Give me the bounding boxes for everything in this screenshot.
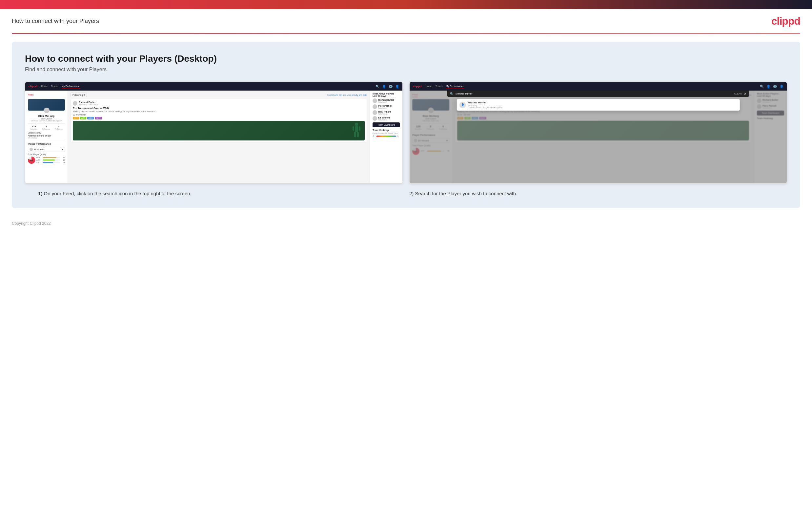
heatmap-label-2: +5 — [396, 135, 400, 137]
header: How to connect with your Players clippd — [0, 9, 812, 33]
app-nav-links-2: Home Teams My Performance — [426, 85, 464, 88]
search-icon-1[interactable]: 🔍 — [376, 85, 379, 88]
search-bar-2: 🔍 Marcus Turner CLEAR ✕ — [447, 91, 749, 97]
nav-link-teams-2[interactable]: Teams — [435, 85, 443, 88]
user-icon-2[interactable]: 👤 — [766, 85, 770, 88]
app-ui-2: clippd Home Teams My Performance 🔍 👤 ⚙️ … — [410, 82, 787, 183]
screenshots-row: clippd Home Teams My Performance 🔍 👤 ⚙️ … — [25, 82, 787, 183]
bar-ott-fill-1 — [43, 157, 56, 158]
player-info-3: Eli Vincent Activities: 1 — [378, 117, 390, 121]
player-act-2: Activities: 3 — [378, 113, 391, 115]
result-info-2: Marcus Turner Yesterday Cypress Point Cl… — [468, 101, 503, 109]
heatmap-track-1 — [377, 135, 396, 137]
avatar-icon-2[interactable]: 👤 — [779, 85, 783, 88]
user-icon-1[interactable]: 👤 — [382, 85, 386, 88]
user-meta-1: Yesterday · The Grove — [79, 104, 98, 106]
chevron-icon-1: ▾ — [62, 148, 63, 151]
search-icon-bar-2: 🔍 — [450, 92, 453, 95]
bar-arg-label-1: ARG — [36, 162, 42, 163]
pp-dropdown-1[interactable]: Eli Vincent ▾ — [28, 147, 65, 152]
nav-link-home-1[interactable]: Home — [41, 85, 48, 88]
user-name-1: Richard Butler — [79, 101, 98, 104]
nav-link-performance-1[interactable]: My Performance — [62, 85, 80, 88]
bar-ott-num-1: 79 — [61, 157, 65, 159]
la-title-1: Latest Activity — [28, 132, 65, 134]
player-act-0: Activities: 7 — [378, 101, 394, 103]
svg-rect-2 — [354, 132, 356, 137]
player-avatar-2 — [373, 110, 377, 115]
bar-app-num-1: 70 — [61, 159, 65, 161]
screenshot1: clippd Home Teams My Performance 🔍 👤 ⚙️ … — [25, 82, 403, 183]
player-row-2: Hiral Pujara Activities: 3 — [373, 110, 400, 115]
stat-act-num-1: 129 — [30, 125, 37, 128]
profile-role-1: Golf Coach — [29, 118, 64, 120]
player-avatar-3 — [373, 116, 377, 121]
settings-icon-2[interactable]: ⚙️ — [773, 85, 777, 88]
following-label-1: Following — [73, 93, 83, 96]
activity-header-1: Richard Butler Yesterday · The Grove — [73, 101, 365, 106]
pp-player-1: Eli Vincent — [30, 148, 45, 151]
bar-ott-1: OTT 79 — [36, 157, 65, 159]
clear-btn-2[interactable]: CLEAR — [734, 92, 742, 95]
nav-link-home-2[interactable]: Home — [426, 85, 432, 88]
app-logo-1: clippd — [29, 85, 37, 88]
steps-section: 1) On your Feed, click on the search ico… — [25, 183, 787, 208]
settings-icon-1[interactable]: ⚙️ — [389, 85, 392, 88]
hero-title: How to connect with your Players (Deskto… — [25, 53, 787, 64]
player-act-1: Activities: 4 — [378, 107, 392, 109]
team-heatmap-title-1: Team Heatmap — [373, 129, 400, 131]
stat-fwing-label-1: Following — [55, 128, 62, 130]
avatar-icon-1[interactable]: 👤 — [395, 85, 399, 88]
result-avatar-2: 👤 — [460, 102, 466, 108]
stat-act-label-1: Activities — [30, 128, 37, 130]
tag-arg-1: ARG — [87, 117, 94, 120]
main-content: How to connect with your Players (Deskto… — [0, 34, 812, 216]
profile-info-1: Blair McHarg Golf Coach Mill Ride Golf C… — [28, 115, 65, 122]
profile-banner-1 — [28, 99, 65, 111]
search-input-2[interactable]: Marcus Turner — [456, 92, 732, 95]
bar-app-bg-1 — [43, 160, 60, 161]
result-meta2-2: Cypress Point Club, United Kingdom — [468, 106, 503, 109]
player-name-0: Richard Butler — [378, 99, 394, 101]
pp-avatar-1 — [30, 148, 33, 151]
nav-link-performance-2[interactable]: My Performance — [446, 85, 464, 88]
profile-avatar-1 — [44, 108, 50, 114]
svg-rect-4 — [352, 126, 354, 131]
activity-card-1: Richard Butler Yesterday · The Grove Pre… — [70, 99, 367, 142]
search-icon-2[interactable]: 🔍 — [760, 85, 764, 88]
control-link-1[interactable]: Control who can see your activity and da… — [327, 94, 367, 96]
score-bars-1: OTT 79 APP — [36, 157, 65, 164]
step-1-text: 1) On your Feed, click on the search ico… — [38, 190, 403, 198]
quality-title-1: Total Player Quality — [28, 153, 65, 156]
feed-tab-1[interactable]: Feed — [28, 93, 34, 97]
stat-fwing-num-1: 4 — [55, 125, 62, 128]
result-name-2[interactable]: Marcus Turner — [468, 101, 503, 104]
player-avatar-1 — [373, 104, 377, 109]
nav-link-teams-1[interactable]: Teams — [51, 85, 58, 88]
bar-ott-bg-1 — [43, 157, 60, 158]
pp-title-1: Player Performance — [28, 142, 65, 145]
bar-arg-num-1: 61 — [61, 162, 65, 163]
player-row-3: Eli Vincent Activities: 1 — [373, 116, 400, 121]
quality-section-1: Total Player Quality 84 OTT — [28, 153, 65, 164]
app-content-1: Feed Blair McHarg Golf Coach Mill Ride G… — [25, 91, 402, 183]
player-avatar-0 — [373, 98, 377, 103]
following-btn-1[interactable]: Following ▾ — [70, 92, 87, 97]
golfer-svg-1 — [351, 122, 362, 140]
stat-fol-label-1: Followers — [42, 128, 50, 130]
page-title: How to connect with your Players — [12, 18, 99, 25]
close-icon-2[interactable]: ✕ — [744, 92, 747, 95]
top-bar — [0, 0, 812, 9]
player-row-1: Piers Parnell Activities: 4 — [373, 104, 400, 109]
hero-subtitle: Find and connect with your Players — [25, 67, 787, 73]
team-dashboard-btn-1[interactable]: Team Dashboard — [373, 122, 400, 127]
profile-name-1: Blair McHarg — [29, 115, 64, 118]
player-perf-section-1: Player Performance Eli Vincent ▾ T — [28, 141, 65, 164]
logo: clippd — [771, 15, 800, 27]
activity-title-1: Pre Tournament Course Walk — [73, 107, 365, 110]
stat-fol-num-1: 3 — [42, 125, 50, 128]
player-info-2: Hiral Pujara Activities: 3 — [378, 111, 391, 115]
bar-arg-bg-1 — [43, 162, 60, 163]
quality-score-1: 84 OTT 79 — [28, 157, 65, 164]
profile-club-1: Mill Ride Golf Club, United Kingdom — [29, 120, 64, 122]
